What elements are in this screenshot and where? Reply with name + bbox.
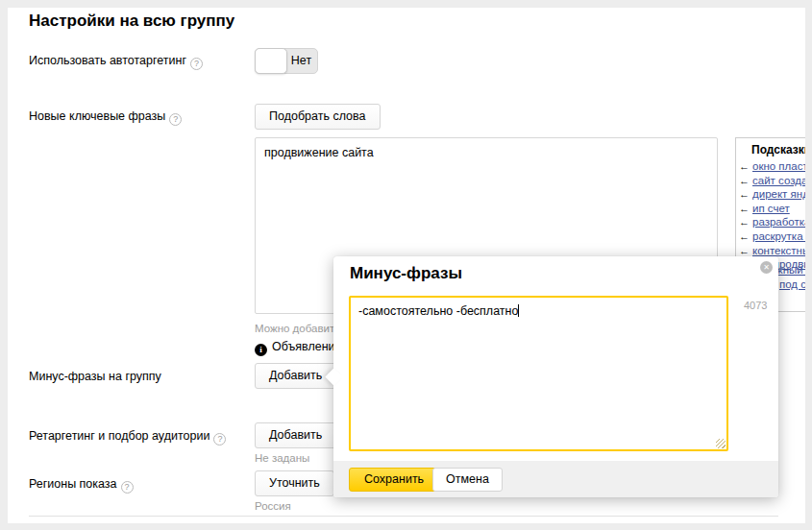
save-button[interactable]: Сохранить: [349, 468, 439, 492]
yandex-direct-group-settings-page: Настройки на всю группу Использовать авт…: [0, 0, 812, 530]
info-icon: i: [255, 344, 267, 356]
list-item: ←окно пласти: [739, 159, 805, 174]
regions-value: Россия: [255, 500, 291, 512]
toggle-knob[interactable]: [255, 48, 287, 74]
help-icon[interactable]: ?: [213, 433, 226, 446]
regions-label: Регионы показа?: [29, 477, 134, 494]
list-item: ←директ янде: [739, 187, 805, 202]
modal-title: Минус-фразы: [350, 264, 462, 283]
page-title: Настройки на всю группу: [29, 12, 234, 31]
suggestion-link[interactable]: жный р: [775, 264, 805, 276]
help-icon[interactable]: ?: [190, 58, 203, 70]
retargeting-label: Ретаргетинг и подбор аудитории?: [29, 429, 226, 446]
left-arrow-icon[interactable]: ←: [739, 216, 750, 228]
list-item: под са: [779, 278, 805, 290]
bottom-divider: [29, 516, 778, 517]
minus-phrases-modal: Минус-фразы ✕ -самостоятельно -бесплатно…: [333, 256, 778, 497]
suggestion-link[interactable]: раскрутка с: [752, 230, 805, 242]
suggestion-link[interactable]: контекстный: [752, 245, 805, 256]
left-arrow-icon[interactable]: ←: [739, 188, 750, 200]
toggle-value: Нет: [285, 49, 317, 73]
keywords-label: Новые ключевые фразы?: [29, 109, 182, 126]
text-caret: [518, 304, 519, 317]
left-arrow-icon[interactable]: ←: [739, 203, 750, 214]
list-item: жный р: [775, 264, 805, 276]
suggestion-link[interactable]: окно пласти: [752, 160, 805, 172]
suggestion-link[interactable]: разработка: [752, 216, 805, 228]
list-item: ←ип счет: [739, 202, 805, 216]
left-arrow-icon[interactable]: ←: [739, 175, 750, 186]
help-icon[interactable]: ?: [169, 113, 182, 126]
list-item: ←раскрутка с: [739, 229, 805, 244]
suggestion-link[interactable]: ип счет: [752, 203, 790, 214]
left-arrow-icon[interactable]: ←: [739, 245, 750, 256]
retargeting-add-button[interactable]: Добавить: [255, 422, 336, 448]
list-item: ←сайт создан: [739, 174, 805, 188]
help-icon[interactable]: ?: [121, 481, 134, 494]
minus-phrases-textarea[interactable]: -самостоятельно -бесплатно: [349, 296, 728, 451]
char-counter: 4073: [744, 300, 767, 311]
minus-phrases-text: -самостоятельно -бесплатно: [358, 304, 518, 318]
autotargeting-label: Использовать автотаргетинг?: [29, 54, 203, 70]
close-icon[interactable]: ✕: [760, 261, 773, 274]
suggestions-title: Подсказки: [751, 143, 805, 157]
suggestion-link[interactable]: под са: [779, 278, 805, 290]
suggestion-link[interactable]: сайт создан: [752, 175, 805, 186]
minus-phrases-label: Минус-фразы на группу: [29, 370, 161, 383]
retargeting-status: Не заданы: [255, 452, 309, 464]
pick-words-button[interactable]: Подобрать слова: [255, 104, 381, 130]
modal-footer: Сохранить Отмена: [333, 461, 778, 497]
left-arrow-icon[interactable]: ←: [739, 230, 750, 242]
left-arrow-icon[interactable]: ←: [739, 160, 750, 172]
suggestion-link[interactable]: директ янде: [752, 188, 805, 200]
autotargeting-toggle[interactable]: Нет: [255, 48, 318, 74]
cancel-button[interactable]: Отмена: [432, 468, 503, 492]
regions-refine-button[interactable]: Уточнить: [255, 470, 334, 496]
resize-handle-icon[interactable]: [716, 439, 726, 448]
list-item: ←разработка: [739, 215, 805, 229]
list-item: ←контекстный: [739, 244, 805, 258]
